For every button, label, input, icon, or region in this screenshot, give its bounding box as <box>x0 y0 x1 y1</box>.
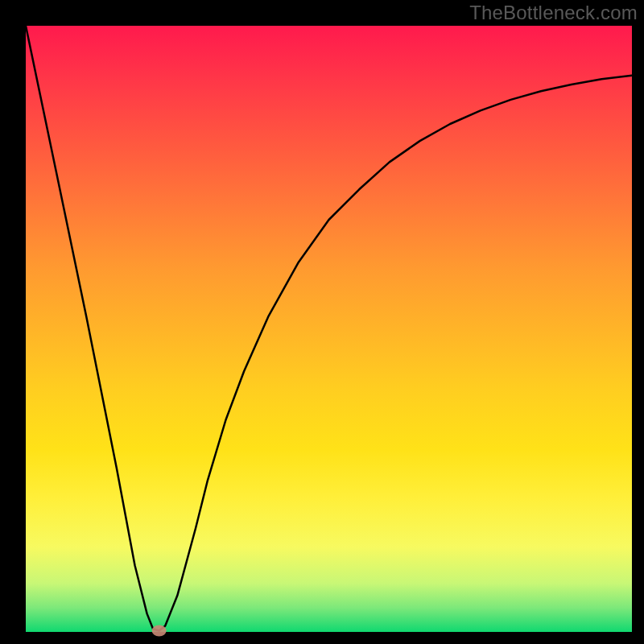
chart-svg <box>0 0 644 644</box>
optimal-point-marker <box>152 625 167 636</box>
chart-canvas: TheBottleneck.com <box>0 0 644 644</box>
watermark-text: TheBottleneck.com <box>469 2 638 24</box>
heat-gradient-area <box>26 26 632 632</box>
